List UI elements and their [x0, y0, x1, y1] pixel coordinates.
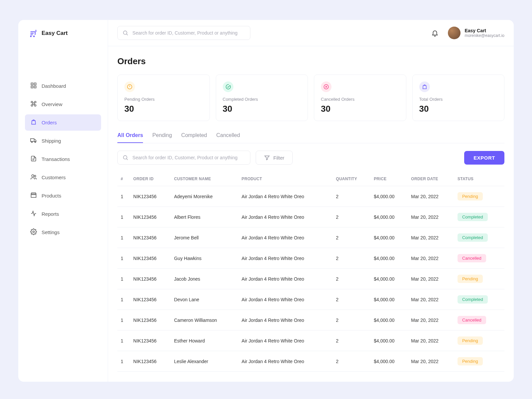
cell-quantity: 2 [332, 310, 370, 331]
table-row[interactable]: 1 NIK123456 Guy Hawkins Air Jordan 4 Ret… [117, 248, 504, 269]
global-search[interactable] [117, 26, 250, 40]
topbar: Easy Cart morenike@easycart.io [108, 20, 514, 46]
sidebar-item-label: Dashboard [42, 83, 66, 89]
sidebar-item-transactions[interactable]: Transactions [25, 151, 101, 167]
stat-value: 30 [419, 104, 498, 114]
cell-status: Pending [454, 331, 504, 351]
tab-completed[interactable]: Completed [181, 132, 207, 143]
cell-customer: Jerome Bell [171, 227, 238, 248]
cell-product: Air Jordan 4 Retro White Oreo [238, 331, 333, 351]
sidebar-item-products[interactable]: Products [25, 188, 101, 204]
cell-status: Pending [454, 269, 504, 289]
export-button[interactable]: EXPORT [464, 151, 504, 165]
command-icon [30, 100, 37, 108]
cell-price: $4,000.00 [370, 269, 408, 289]
cell-index: 1 [117, 186, 130, 207]
cell-product: Air Jordan 4 Retro White Oreo [238, 289, 333, 310]
nav: DashboardOverviewOrdersShippingTransacti… [25, 48, 101, 240]
user-email: morenike@easycart.io [465, 33, 504, 38]
user-menu[interactable]: Easy Cart morenike@easycart.io [448, 27, 504, 39]
cell-customer: Guy Hawkins [171, 248, 238, 269]
stat-label: Cancelled Orders [321, 97, 399, 102]
table-row[interactable]: 1 NIK123456 Cameron Williamson Air Jorda… [117, 310, 504, 331]
table-row[interactable]: 1 NIK123456 Jerome Bell Air Jordan 4 Ret… [117, 227, 504, 248]
svg-rect-11 [31, 194, 36, 198]
table-row[interactable]: 1 NIK123456 Adeyemi Morenike Air Jordan … [117, 186, 504, 207]
sidebar-item-customers[interactable]: Customers [25, 169, 101, 186]
cell-index: 1 [117, 227, 130, 248]
cell-quantity: 2 [332, 207, 370, 227]
svg-rect-5 [34, 86, 36, 88]
cell-order-id: NIK123456 [130, 227, 171, 248]
total-icon [419, 81, 430, 92]
cell-index: 1 [117, 351, 130, 372]
cell-price: $4,000.00 [370, 331, 408, 351]
status-badge: Pending [458, 336, 483, 345]
user-name: Easy Cart [465, 28, 504, 33]
cell-order-id: NIK123456 [130, 351, 171, 372]
filter-icon [264, 155, 270, 161]
col-header: PRODUCT [238, 172, 333, 186]
cell-price: $4,000.00 [370, 207, 408, 227]
cell-price: $4,000.00 [370, 289, 408, 310]
grid-icon [30, 82, 37, 90]
orders-search[interactable] [117, 151, 250, 165]
cell-order-id: NIK123456 [130, 331, 171, 351]
logo: Easy Cart [25, 26, 101, 48]
table-row[interactable]: 1 NIK123456 Esther Howard Air Jordan 4 R… [117, 331, 504, 351]
cell-order-id: NIK123456 [130, 186, 171, 207]
tab-all-orders[interactable]: All Orders [117, 132, 143, 143]
cell-customer: Devon Lane [171, 289, 238, 310]
cell-order-id: NIK123456 [130, 207, 171, 227]
cell-index: 1 [117, 310, 130, 331]
col-header: ORDER DATE [408, 172, 454, 186]
users-icon [30, 174, 37, 181]
cell-index: 1 [117, 289, 130, 310]
table-row[interactable]: 1 NIK123456 Devon Lane Air Jordan 4 Retr… [117, 289, 504, 310]
bag-icon [30, 119, 37, 126]
cell-index: 1 [117, 331, 130, 351]
sidebar-item-reports[interactable]: Reports [25, 206, 101, 222]
table-row[interactable]: 1 NIK123456 Leslie Alexander Air Jordan … [117, 351, 504, 372]
sidebar-item-label: Reports [42, 211, 59, 217]
svg-point-13 [123, 31, 127, 35]
cell-quantity: 2 [332, 351, 370, 372]
orders-search-input[interactable] [132, 155, 245, 160]
sidebar-item-orders[interactable]: Orders [25, 114, 101, 131]
logo-icon [29, 29, 38, 38]
stat-value: 30 [124, 104, 203, 114]
col-header: ORDER ID [130, 172, 171, 186]
filter-button[interactable]: Filter [256, 151, 293, 165]
col-header: PRICE [370, 172, 408, 186]
sidebar-item-overview[interactable]: Overview [25, 96, 101, 112]
sidebar-item-dashboard[interactable]: Dashboard [25, 78, 101, 94]
table-row[interactable]: 1 NIK123456 Albert Flores Air Jordan 4 R… [117, 207, 504, 227]
cell-date: Mar 20, 2022 [408, 207, 454, 227]
status-badge: Pending [458, 275, 483, 283]
search-input[interactable] [132, 30, 245, 36]
cell-customer: Adeyemi Morenike [171, 186, 238, 207]
tab-pending[interactable]: Pending [152, 132, 172, 143]
cell-date: Mar 20, 2022 [408, 310, 454, 331]
svg-rect-3 [34, 83, 36, 85]
bell-icon[interactable] [431, 29, 439, 37]
table-row[interactable]: 1 NIK123456 Jacob Jones Air Jordan 4 Ret… [117, 269, 504, 289]
tab-cancelled[interactable]: Cancelled [216, 132, 240, 143]
sidebar-item-label: Transactions [42, 156, 70, 162]
content: Orders Pending Orders 30 Completed Order… [108, 46, 514, 382]
cell-order-id: NIK123456 [130, 269, 171, 289]
stat-value: 30 [321, 104, 399, 114]
sidebar-item-settings[interactable]: Settings [25, 224, 101, 240]
cell-date: Mar 20, 2022 [408, 331, 454, 351]
sidebar-item-shipping[interactable]: Shipping [25, 133, 101, 149]
cell-product: Air Jordan 4 Retro White Oreo [238, 248, 333, 269]
cell-status: Pending [454, 186, 504, 207]
cell-product: Air Jordan 4 Retro White Oreo [238, 186, 333, 207]
svg-point-9 [32, 175, 34, 177]
cell-index: 1 [117, 269, 130, 289]
sidebar-item-label: Settings [42, 229, 60, 235]
cell-customer: Jacob Jones [171, 269, 238, 289]
svg-point-7 [31, 141, 32, 142]
cell-price: $4,000.00 [370, 186, 408, 207]
svg-rect-6 [31, 139, 34, 141]
